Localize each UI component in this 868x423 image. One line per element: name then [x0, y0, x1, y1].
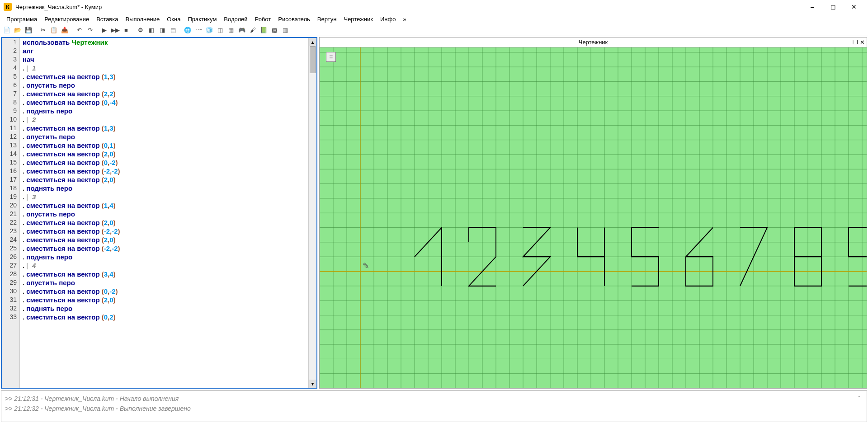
- menu-program[interactable]: Программа: [4, 16, 40, 23]
- scroll-down-icon[interactable]: ▼: [309, 380, 316, 388]
- menu-vertun[interactable]: Вертун: [315, 16, 340, 23]
- code-area[interactable]: использовать Чертежникалгнач. | 1. смест…: [20, 38, 308, 388]
- canvas-wrap: ✎ ≡: [320, 47, 867, 388]
- editor-pane: 1234567891011121314151617181920212223242…: [1, 37, 317, 389]
- draftsman-canvas[interactable]: ✎: [320, 47, 867, 388]
- tb-mod1-icon[interactable]: 🌐: [183, 25, 193, 35]
- tb-mod5-icon[interactable]: ▦: [226, 25, 236, 35]
- v-scrollbar[interactable]: ▲ ▼: [308, 38, 316, 388]
- menu-practicum[interactable]: Практикум: [185, 16, 219, 23]
- line-gutter: 1234567891011121314151617181920212223242…: [2, 38, 20, 388]
- tb-tool2-icon[interactable]: ◧: [146, 25, 156, 35]
- scroll-thumb[interactable]: [310, 46, 316, 73]
- tb-mod4-icon[interactable]: ◫: [215, 25, 225, 35]
- tb-paste-icon[interactable]: 📥: [60, 25, 70, 35]
- menu-vodoley[interactable]: Водолей: [221, 16, 250, 23]
- draftsman-pane: Чертежник ❐ ✕ ✎ ≡: [319, 37, 867, 389]
- console-line: >> 21:12:31 - Чертежник_Числа.kum - Нача…: [5, 394, 855, 404]
- menu-robot[interactable]: Робот: [252, 16, 274, 23]
- close-button[interactable]: ✕: [844, 0, 864, 14]
- canvas-menu-icon[interactable]: ≡: [326, 52, 336, 62]
- minimize-button[interactable]: –: [802, 0, 823, 14]
- console-line: >> 21:12:32 - Чертежник_Числа.kum - Выпо…: [5, 404, 855, 414]
- menu-painter[interactable]: Рисователь: [275, 16, 312, 23]
- tb-mod3-icon[interactable]: 🧊: [204, 25, 214, 35]
- menu-windows[interactable]: Окна: [164, 16, 183, 23]
- tb-tool1-icon[interactable]: ⚙: [136, 25, 146, 35]
- tb-mod7-icon[interactable]: 🖌: [248, 25, 258, 35]
- tb-run-icon[interactable]: ▶: [99, 25, 109, 35]
- tb-tool3-icon[interactable]: ◨: [157, 25, 167, 35]
- tb-open-icon[interactable]: 📂: [13, 25, 23, 35]
- tb-new-icon[interactable]: 📄: [2, 25, 12, 35]
- console: >> 21:12:31 - Чертежник_Числа.kum - Нача…: [1, 390, 867, 422]
- tb-undo-icon[interactable]: ↶: [74, 25, 84, 35]
- tb-step-icon[interactable]: ▶▶: [110, 25, 120, 35]
- menu-insert[interactable]: Вставка: [94, 16, 121, 23]
- menu-edit[interactable]: Редактирование: [42, 16, 92, 23]
- tb-stop-icon[interactable]: ■: [121, 25, 131, 35]
- svg-rect-0: [320, 47, 867, 388]
- tb-mod8-icon[interactable]: 📗: [259, 25, 269, 35]
- tb-redo-icon[interactable]: ↷: [85, 25, 95, 35]
- window-title: Чертежник_Числа.kum* - Кумир: [15, 4, 802, 10]
- console-collapse-icon[interactable]: ˄: [855, 394, 863, 419]
- scroll-up-icon[interactable]: ▲: [309, 38, 316, 46]
- svg-text:✎: ✎: [363, 261, 369, 271]
- tb-mod10-icon[interactable]: ▥: [280, 25, 290, 35]
- titlebar: К Чертежник_Числа.kum* - Кумир – ◻ ✕: [0, 0, 868, 14]
- toolbar: 📄 📂 💾 ✂ 📋 📥 ↶ ↷ ▶ ▶▶ ■ ⚙ ◧ ◨ ▤ 🌐 〰 🧊 ◫ ▦…: [0, 24, 868, 36]
- tb-cut-icon[interactable]: ✂: [38, 25, 48, 35]
- menu-draftsman[interactable]: Чертежник: [341, 16, 376, 23]
- draftsman-header: Чертежник ❐ ✕: [320, 38, 867, 47]
- console-text: >> 21:12:31 - Чертежник_Числа.kum - Нача…: [5, 394, 855, 419]
- tb-tool4-icon[interactable]: ▤: [168, 25, 178, 35]
- tb-mod2-icon[interactable]: 〰: [193, 25, 203, 35]
- menu-info[interactable]: Инфо: [377, 16, 398, 23]
- scroll-track[interactable]: [309, 46, 316, 380]
- tb-copy-icon[interactable]: 📋: [49, 25, 59, 35]
- app-logo: К: [4, 3, 12, 11]
- tb-mod9-icon[interactable]: ▩: [269, 25, 279, 35]
- menu-more[interactable]: »: [400, 16, 409, 23]
- draftsman-title: Чертежник: [579, 39, 608, 46]
- menubar: Программа Редактирование Вставка Выполне…: [0, 14, 868, 24]
- menu-run[interactable]: Выполнение: [123, 16, 162, 23]
- editor[interactable]: 1234567891011121314151617181920212223242…: [2, 38, 316, 388]
- main: 1234567891011121314151617181920212223242…: [0, 36, 868, 390]
- tb-save-icon[interactable]: 💾: [24, 25, 33, 35]
- tb-mod6-icon[interactable]: 🎮: [237, 25, 247, 35]
- pane-close-icon[interactable]: ✕: [860, 39, 865, 46]
- pane-restore-icon[interactable]: ❐: [853, 39, 858, 46]
- maximize-button[interactable]: ◻: [823, 0, 844, 14]
